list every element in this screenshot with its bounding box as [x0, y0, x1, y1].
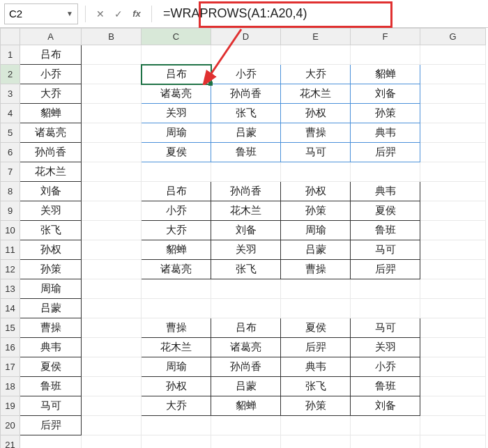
cell-B3[interactable] [82, 84, 142, 104]
row-header-13[interactable]: 13 [1, 279, 20, 299]
cell-F5[interactable]: 典韦 [351, 123, 420, 143]
cell-A7[interactable]: 花木兰 [20, 162, 82, 182]
cell-A8[interactable]: 刘备 [20, 182, 82, 201]
cell-D20[interactable] [211, 416, 281, 435]
cell-G16[interactable] [420, 338, 486, 357]
row-header-9[interactable]: 9 [1, 201, 20, 221]
cell-D1[interactable] [211, 45, 281, 65]
cell-G4[interactable] [420, 104, 486, 123]
cell-F14[interactable] [351, 299, 420, 318]
row-header-5[interactable]: 5 [1, 123, 20, 143]
select-all-corner[interactable] [1, 29, 20, 45]
row-header-18[interactable]: 18 [1, 377, 20, 396]
cell-E5[interactable]: 曹操 [281, 123, 351, 143]
cell-E17[interactable]: 典韦 [281, 357, 351, 377]
cell-B8[interactable] [82, 182, 142, 201]
cell-G20[interactable] [420, 416, 486, 435]
cell-F4[interactable]: 孙策 [351, 104, 420, 123]
cell-D2[interactable]: 小乔 [211, 65, 281, 84]
cell-E9[interactable]: 孙策 [281, 201, 351, 221]
col-header-B[interactable]: B [82, 29, 142, 45]
cell-C7[interactable] [142, 162, 211, 182]
cell-A18[interactable]: 鲁班 [20, 377, 82, 396]
col-header-F[interactable]: F [351, 29, 420, 45]
cell-G8[interactable] [420, 182, 486, 201]
cell-D8[interactable]: 孙尚香 [211, 182, 281, 201]
cell-A5[interactable]: 诸葛亮 [20, 123, 82, 143]
cell-D7[interactable] [211, 162, 281, 182]
cell-E11[interactable]: 吕蒙 [281, 240, 351, 260]
spreadsheet-grid[interactable]: ABCDEFG1吕布2小乔吕布小乔大乔貂蝉3大乔诸葛亮孙尚香花木兰刘备4貂蝉关羽… [0, 28, 488, 448]
cell-D17[interactable]: 孙尚香 [211, 357, 281, 377]
cell-C10[interactable]: 大乔 [142, 221, 211, 240]
cell-E6[interactable]: 马可 [281, 143, 351, 162]
row-header-1[interactable]: 1 [1, 45, 20, 65]
cell-A15[interactable]: 曹操 [20, 318, 82, 338]
cell-G11[interactable] [420, 240, 486, 260]
cell-G17[interactable] [420, 357, 486, 377]
cell-E18[interactable]: 张飞 [281, 377, 351, 396]
cell-D4[interactable]: 张飞 [211, 104, 281, 123]
cell-A17[interactable]: 夏侯 [20, 357, 82, 377]
cell-E14[interactable] [281, 299, 351, 318]
col-header-E[interactable]: E [281, 29, 351, 45]
cell-C4[interactable]: 关羽 [142, 104, 211, 123]
cell-B20[interactable] [82, 416, 142, 435]
row-header-15[interactable]: 15 [1, 318, 20, 338]
cell-A4[interactable]: 貂蝉 [20, 104, 82, 123]
cell-C3[interactable]: 诸葛亮 [142, 84, 211, 104]
row-header-3[interactable]: 3 [1, 84, 20, 104]
cell-F6[interactable]: 后羿 [351, 143, 420, 162]
cell-F11[interactable]: 马可 [351, 240, 420, 260]
cell-C16[interactable]: 花木兰 [142, 338, 211, 357]
cell-D19[interactable]: 貂蝉 [211, 396, 281, 416]
cell-A10[interactable]: 张飞 [20, 221, 82, 240]
cell-G2[interactable] [420, 65, 486, 84]
col-header-D[interactable]: D [211, 29, 281, 45]
row-header-8[interactable]: 8 [1, 182, 20, 201]
cell-D21[interactable] [211, 435, 281, 449]
cell-D14[interactable] [211, 299, 281, 318]
cell-B4[interactable] [82, 104, 142, 123]
row-header-4[interactable]: 4 [1, 104, 20, 123]
cancel-icon[interactable]: ✕ [93, 8, 108, 20]
cell-C13[interactable] [142, 279, 211, 299]
cell-C1[interactable] [142, 45, 211, 65]
cell-B9[interactable] [82, 201, 142, 221]
cell-G13[interactable] [420, 279, 486, 299]
cell-B21[interactable] [82, 435, 142, 449]
cell-A14[interactable]: 吕蒙 [20, 299, 82, 318]
cell-A21[interactable] [20, 435, 82, 449]
cell-E10[interactable]: 周瑜 [281, 221, 351, 240]
cell-C21[interactable] [142, 435, 211, 449]
cell-G1[interactable] [420, 45, 486, 65]
cell-A13[interactable]: 周瑜 [20, 279, 82, 299]
cell-A3[interactable]: 大乔 [20, 84, 82, 104]
col-header-A[interactable]: A [20, 29, 82, 45]
cell-E8[interactable]: 孙权 [281, 182, 351, 201]
cell-C9[interactable]: 小乔 [142, 201, 211, 221]
cell-G21[interactable] [420, 435, 486, 449]
cell-C5[interactable]: 周瑜 [142, 123, 211, 143]
cell-F16[interactable]: 关羽 [351, 338, 420, 357]
cell-F18[interactable]: 鲁班 [351, 377, 420, 396]
row-header-20[interactable]: 20 [1, 416, 20, 435]
cell-C18[interactable]: 孙权 [142, 377, 211, 396]
cell-B12[interactable] [82, 260, 142, 279]
cell-G19[interactable] [420, 396, 486, 416]
cell-D18[interactable]: 吕蒙 [211, 377, 281, 396]
cell-F3[interactable]: 刘备 [351, 84, 420, 104]
cell-B18[interactable] [82, 377, 142, 396]
cell-D9[interactable]: 花木兰 [211, 201, 281, 221]
cell-B1[interactable] [82, 45, 142, 65]
cell-B2[interactable] [82, 65, 142, 84]
cell-F10[interactable]: 鲁班 [351, 221, 420, 240]
cell-D5[interactable]: 吕蒙 [211, 123, 281, 143]
cell-E3[interactable]: 花木兰 [281, 84, 351, 104]
cell-C20[interactable] [142, 416, 211, 435]
col-header-C[interactable]: C [142, 29, 211, 45]
cell-C8[interactable]: 吕布 [142, 182, 211, 201]
cell-G12[interactable] [420, 260, 486, 279]
cell-E1[interactable] [281, 45, 351, 65]
cell-B10[interactable] [82, 221, 142, 240]
